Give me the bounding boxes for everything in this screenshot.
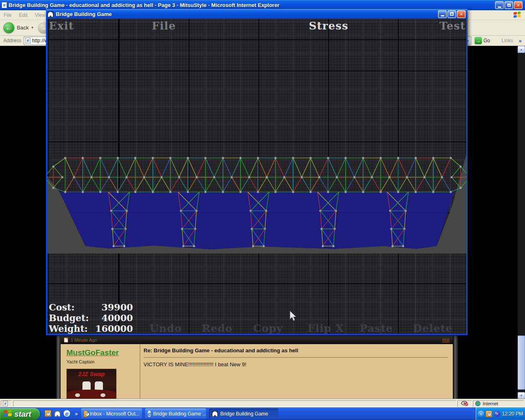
game-menu-stress[interactable]: Stress (309, 20, 348, 32)
avatar-headlight (75, 393, 80, 397)
links-label[interactable]: Links (502, 38, 513, 43)
quicklaunch-outlook-icon[interactable] (44, 410, 52, 417)
tray-audio-icon[interactable] (494, 411, 500, 417)
ie-window-title: Bridge Building Game - educational and a… (9, 2, 495, 8)
hud-weight-label: Weight: (49, 323, 88, 334)
post-message: VICTORY IS MINE!!!!!!!!!!!!!!!!! I beat … (144, 361, 449, 368)
task-button-ie-page[interactable]: e Bridge Building Game ... (145, 409, 206, 419)
delete-button[interactable]: Delete (413, 322, 452, 334)
statusbar-main-panel (13, 400, 457, 407)
game-window-title: Bridge Building Game (56, 11, 438, 17)
bridge-game-icon (47, 11, 54, 17)
security-zone-label: Internet (483, 401, 498, 406)
ie-minimize-button[interactable] (495, 1, 504, 9)
post-divider (144, 357, 448, 358)
post-time: 1 Minute Ago (71, 338, 442, 342)
scrollbar-thumb[interactable] (518, 336, 525, 390)
task-label: Inbox - Microsoft Out... (90, 411, 139, 417)
bridge-game-icon (212, 411, 218, 417)
document-icon: e (3, 401, 8, 406)
back-icon: ← (6, 24, 12, 32)
post-header: 1 Minute Ago #56 (61, 336, 453, 344)
hud-cost-label: Cost: (49, 302, 75, 313)
outlook-icon (84, 411, 88, 417)
go-label: Go (484, 38, 490, 43)
hud-weight-value: 160000 (95, 323, 133, 334)
task-label: Bridge Building Game (220, 411, 268, 417)
avatar: 2JZ Swap (66, 369, 116, 399)
hud-weight-row: Weight: 160000 (49, 323, 135, 334)
maximize-icon (450, 12, 454, 16)
author-link[interactable]: MustGoFaster (66, 348, 119, 357)
avatar-figure (82, 381, 91, 390)
flip-x-button[interactable]: Flip X (308, 322, 344, 334)
tray-time: 12:20 PM (502, 411, 523, 417)
quicklaunch-desktop-icon[interactable] (54, 410, 61, 417)
ie-page-icon: e (25, 38, 30, 43)
tray-collapse-button[interactable]: ‹ (478, 411, 484, 417)
hud-budget-label: Budget: (49, 313, 89, 323)
scrollbar-down-button[interactable]: ▼ (518, 392, 525, 399)
post-body: MustGoFaster Yacht Captain 2JZ Swap Re: … (61, 344, 453, 399)
back-dropdown-icon[interactable]: ▼ (31, 26, 34, 30)
ie-close-button[interactable]: × (514, 1, 523, 9)
author-cell: MustGoFaster Yacht Captain 2JZ Swap (61, 344, 140, 399)
address-value: http://w (32, 38, 48, 43)
redo-button[interactable]: Redo (202, 322, 233, 334)
go-icon: → (475, 37, 482, 44)
ie-restore-button[interactable] (504, 1, 513, 9)
forum-left-border (56, 336, 61, 399)
scrollbar-up-button[interactable]: ▲ (518, 46, 525, 53)
ie-icon: e (148, 411, 151, 417)
start-button[interactable]: start (0, 408, 40, 420)
game-menu-exit[interactable]: Exit (49, 20, 74, 32)
post-status-icon (64, 338, 68, 342)
copy-button[interactable]: Copy (253, 322, 283, 334)
author-title: Yacht Captain (66, 359, 140, 364)
message-cell: Re: Bridge Building Game - educational a… (140, 344, 453, 399)
quicklaunch-chevron-icon[interactable]: » (73, 410, 80, 417)
page-scrollbar[interactable]: ▲ ▼ (518, 46, 525, 399)
address-label: Address (3, 38, 21, 43)
links-chevron-icon[interactable]: » (519, 38, 522, 44)
game-maximize-button[interactable] (447, 10, 456, 18)
menu-file[interactable]: File (0, 12, 15, 18)
privacy-panel[interactable] (457, 400, 472, 407)
quicklaunch-ie-icon[interactable]: e (63, 410, 71, 417)
game-window: Bridge Building Game × Exit File Stress … (46, 9, 468, 335)
back-button[interactable]: ← (3, 22, 14, 33)
windows-logo-icon (512, 11, 523, 19)
task-button-bridge-game[interactable]: Bridge Building Game (209, 409, 278, 419)
post-subject: Re: Bridge Building Game - educational a… (144, 347, 449, 354)
avatar-caption: 2JZ Swap (67, 371, 116, 377)
task-label: Bridge Building Game ... (153, 411, 206, 417)
avatar-headlight (100, 393, 105, 397)
ie-statusbar: e Internet (0, 399, 525, 407)
globe-icon (475, 401, 481, 406)
hud-cost-row: Cost: 39900 (49, 302, 135, 313)
game-close-button[interactable]: × (457, 10, 466, 18)
forum-right-border (453, 336, 458, 399)
tray-clock-icon[interactable] (486, 411, 492, 417)
go-button[interactable]: → Go (475, 37, 490, 44)
security-zone-panel: Internet (473, 400, 524, 407)
task-button-inbox[interactable]: Inbox - Microsoft Out... (81, 409, 142, 419)
undo-button[interactable]: Undo (150, 322, 182, 334)
paste-button[interactable]: Paste (360, 322, 393, 334)
privacy-eye-icon (461, 401, 468, 406)
game-titlebar[interactable]: Bridge Building Game × (46, 9, 468, 19)
avatar-figure (95, 381, 103, 390)
system-tray: ‹ 12:20 PM (475, 407, 525, 420)
game-minimize-button[interactable] (438, 10, 447, 18)
game-menu-file[interactable]: File (152, 20, 176, 32)
mouse-cursor (290, 310, 298, 324)
menu-edit[interactable]: Edit (15, 12, 31, 18)
hud-budget-row: Budget: 40000 (49, 313, 135, 323)
hud-cost-value: 39900 (101, 302, 133, 313)
post-number-link[interactable]: #56 (442, 338, 450, 342)
hud-budget-value: 40000 (101, 313, 133, 323)
minimize-icon (498, 7, 501, 8)
game-canvas[interactable]: Exit File Stress Test Cost: 39900 Budget… (47, 19, 466, 334)
windows-logo-icon (3, 409, 12, 419)
game-menu-test[interactable]: Test (439, 20, 466, 32)
